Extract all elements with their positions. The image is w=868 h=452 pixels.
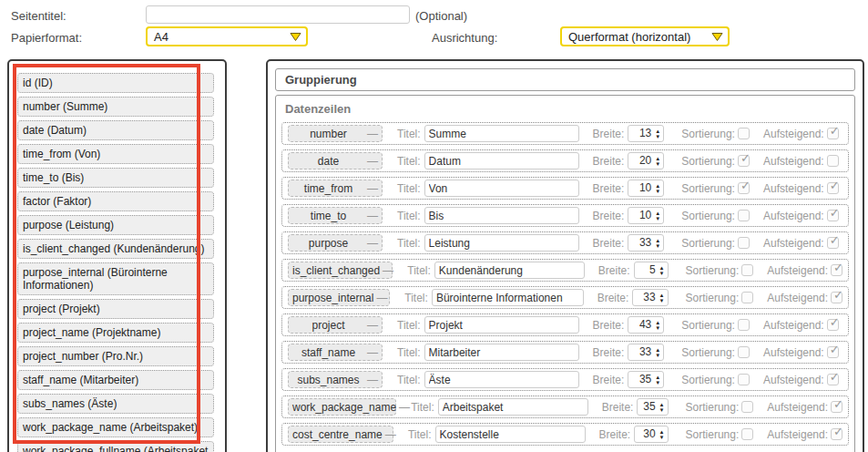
aufsteigend-checkbox[interactable] [827,346,839,358]
spinner-icon[interactable]: ▲▼ [652,180,663,196]
sortierung-checkbox[interactable] [741,401,753,413]
field-list-item[interactable]: number (Summe) [17,97,214,117]
breite-input[interactable]: 33 ▲▼ [632,289,668,306]
field-list-item[interactable]: subs_names (Äste) [17,394,214,414]
field-list-item[interactable]: project_number (Pro.Nr.) [17,346,214,366]
field-list-item[interactable]: project (Projekt) [17,299,214,319]
titel-input[interactable] [432,289,584,306]
spinner-icon[interactable]: ▲▼ [657,290,668,305]
spinner-icon[interactable]: ▲▼ [652,153,663,169]
breite-input[interactable]: 43 ▲▼ [628,316,664,334]
sortierung-checkbox[interactable] [738,346,750,358]
aufsteigend-checkbox[interactable] [827,128,839,139]
sortierung-checkbox[interactable] [738,374,750,385]
field-list-item[interactable]: time_to (Bis) [17,168,214,188]
titel-input[interactable] [424,316,579,334]
breite-input[interactable]: 35 ▲▼ [628,371,664,388]
field-chip[interactable]: is_client_changed — [288,262,393,279]
titel-input[interactable] [424,344,579,361]
sortierung-checkbox[interactable] [738,182,750,194]
field-list-item[interactable]: purpose_internal (Bürointerne Informatio… [17,262,214,295]
aufsteigend-checkbox[interactable] [831,401,842,413]
remove-icon[interactable]: — [399,403,410,412]
breite-input[interactable]: 20 ▲▼ [628,152,664,170]
remove-icon[interactable]: — [367,348,378,357]
aufsteigend-checkbox[interactable] [827,182,839,194]
paper-format-dropdown[interactable]: A4 [146,26,308,46]
field-list-item[interactable]: purpose (Leistung) [17,215,214,235]
field-list-item[interactable]: work_package_fullname (Arbeitspaket (Lan… [17,441,214,452]
aufsteigend-checkbox[interactable] [827,210,839,221]
breite-input[interactable]: 13 ▲▼ [628,125,664,142]
remove-icon[interactable]: — [367,157,378,166]
sortierung-checkbox[interactable] [738,237,750,249]
field-list-item[interactable]: is_client_changed (Kundenänderung) [17,239,214,259]
sortierung-checkbox[interactable] [741,292,753,303]
breite-input[interactable]: 5 ▲▼ [634,262,669,279]
spinner-icon[interactable]: ▲▼ [652,344,663,360]
titel-input[interactable] [424,234,579,252]
aufsteigend-checkbox[interactable] [827,237,839,249]
remove-icon[interactable]: — [367,239,378,248]
titel-input[interactable] [434,262,585,279]
field-list-item[interactable]: time_from (Von) [17,144,214,164]
breite-input[interactable]: 30 ▲▼ [634,426,668,443]
aufsteigend-checkbox[interactable] [831,292,842,303]
sortierung-checkbox[interactable] [738,319,750,331]
breite-input[interactable]: 35 ▲▼ [637,398,668,416]
page-title-input[interactable] [146,5,410,24]
sortierung-checkbox[interactable] [738,155,750,167]
aufsteigend-checkbox[interactable] [831,428,842,440]
field-chip[interactable]: purpose — [288,234,383,252]
spinner-icon[interactable]: ▲▼ [652,372,663,387]
field-chip[interactable]: time_to — [288,207,383,224]
spinner-icon[interactable]: ▲▼ [652,235,663,251]
titel-input[interactable] [424,125,579,142]
remove-icon[interactable]: — [383,266,393,275]
aufsteigend-checkbox[interactable] [831,264,842,276]
field-chip[interactable]: purpose_internal — [288,289,390,306]
remove-icon[interactable]: — [367,129,378,139]
field-chip[interactable]: staff_name — [288,344,383,361]
spinner-icon[interactable]: ▲▼ [652,126,663,141]
field-chip[interactable]: project — [288,316,383,334]
titel-input[interactable] [424,152,579,170]
field-chip[interactable]: date — [288,152,383,170]
field-chip[interactable]: time_from — [288,180,383,197]
remove-icon[interactable]: — [376,293,387,303]
remove-icon[interactable]: — [367,184,378,193]
titel-input[interactable] [438,398,588,416]
spinner-icon[interactable]: ▲▼ [652,208,663,223]
sortierung-checkbox[interactable] [738,128,750,139]
field-chip[interactable]: cost_centre_name — [288,426,393,443]
spinner-icon[interactable]: ▲▼ [652,317,663,333]
field-list-item[interactable]: id (ID) [17,73,214,93]
spinner-icon[interactable]: ▲▼ [657,399,668,415]
breite-input[interactable]: 33 ▲▼ [628,344,664,361]
field-chip[interactable]: subs_names — [288,371,383,388]
remove-icon[interactable]: — [367,375,378,385]
titel-input[interactable] [424,207,579,224]
sortierung-checkbox[interactable] [741,264,753,276]
titel-input[interactable] [424,371,579,388]
field-list-item[interactable]: date (Datum) [17,120,214,140]
spinner-icon[interactable]: ▲▼ [657,262,668,278]
breite-input[interactable]: 10 ▲▼ [628,180,664,197]
sortierung-checkbox[interactable] [741,428,753,440]
breite-input[interactable]: 10 ▲▼ [628,207,664,224]
field-chip[interactable]: work_package_name — [288,398,396,416]
field-list-item[interactable]: staff_name (Mitarbeiter) [17,370,214,390]
orientation-dropdown[interactable]: Querformat (horizontal) [560,26,730,46]
aufsteigend-checkbox[interactable] [827,319,839,331]
remove-icon[interactable]: — [367,211,378,221]
spinner-icon[interactable]: ▲▼ [657,426,668,442]
titel-input[interactable] [435,426,586,443]
aufsteigend-checkbox[interactable] [827,374,839,385]
field-list-item[interactable]: factor (Faktor) [17,191,214,211]
titel-input[interactable] [424,180,579,197]
remove-icon[interactable]: — [385,430,396,439]
sortierung-checkbox[interactable] [738,210,750,221]
field-chip[interactable]: number — [288,125,383,142]
field-list-item[interactable]: work_package_name (Arbeitspaket) [17,417,214,437]
field-list-item[interactable]: project_name (Projektname) [17,323,214,343]
